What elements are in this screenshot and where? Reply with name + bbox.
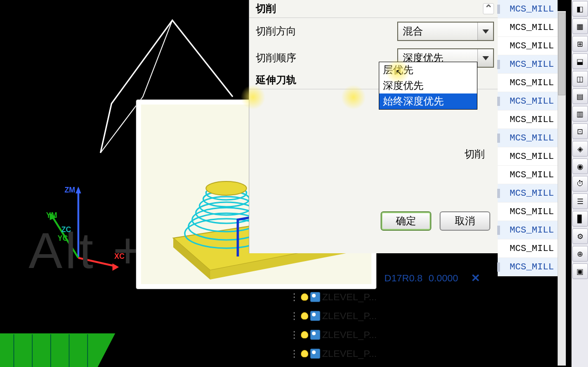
mcs-item[interactable]: MCS_MILL <box>498 18 558 37</box>
op-value: 0.0000 <box>429 291 471 303</box>
mcs-list[interactable]: MCS_MILLMCS_MILLMCS_MILLMCS_MILLMCS_MILL… <box>498 0 558 276</box>
mill-op-icon <box>310 330 320 340</box>
dialog-button-row: 确定 取消 <box>381 211 490 231</box>
svg-marker-1 <box>76 186 81 193</box>
delete-x-icon[interactable]: ✕ <box>471 253 486 266</box>
axis-zc-label: ZC <box>61 226 71 234</box>
toolbar-button[interactable]: ◫ <box>572 71 588 87</box>
section-cutting-header[interactable]: 切削 ⌃ <box>249 0 500 18</box>
cut-order-label: 切削顺序 <box>256 51 397 65</box>
toolbar-button[interactable]: ⬓ <box>572 53 588 69</box>
toolbar-button[interactable]: ▦ <box>572 18 588 34</box>
axis-zm-label: ZM <box>65 186 75 194</box>
delete-x-icon[interactable]: ✕ <box>471 272 486 285</box>
toolbar-button[interactable]: ⚙ <box>572 228 588 244</box>
mill-op-icon <box>310 292 320 302</box>
delete-x-icon[interactable]: ✕ <box>471 309 486 322</box>
delete-x-icon[interactable]: ✕ <box>471 328 486 341</box>
op-name: ZLEVEL_P... <box>322 310 377 321</box>
mcs-indicator-bar <box>497 262 500 272</box>
mcs-item[interactable]: MCS_MILL <box>498 221 558 239</box>
op-tool: D17R0.8 <box>384 273 429 284</box>
toolbar-button[interactable]: ⊞ <box>572 36 588 52</box>
op-value: 0.0000 <box>429 254 471 265</box>
mcs-item[interactable]: MCS_MILL <box>498 203 558 221</box>
cut-order-dropdown[interactable]: 层优先 深度优先 始终深度优先 <box>379 62 477 110</box>
mcs-item[interactable]: MCS_MILL <box>498 166 558 184</box>
ok-button[interactable]: 确定 <box>381 211 431 231</box>
mcs-item[interactable]: MCS_MILL <box>498 129 558 147</box>
mcs-indicator-bar <box>497 97 500 106</box>
mcs-item[interactable]: MCS_MILL <box>498 239 558 258</box>
toolbar-button[interactable]: ▥ <box>572 106 588 122</box>
operation-row[interactable]: D17R0.80.0000✕ <box>271 268 495 287</box>
toolbar-button[interactable]: ⏱ <box>572 176 588 192</box>
op-value: 0.0000 <box>429 348 471 359</box>
toolbar-button[interactable]: ◉ <box>572 158 588 174</box>
mouse-cursor-icon: ↖ <box>395 67 402 77</box>
toolbar-button[interactable]: ◧ <box>572 1 588 17</box>
scroll-thumb[interactable] <box>558 12 565 95</box>
operation-row[interactable]: D10R50.0000✕ <box>271 250 495 268</box>
toolbar-button[interactable]: ⊡ <box>572 123 588 139</box>
collapse-icon[interactable]: ⌃ <box>483 3 494 14</box>
mcs-item[interactable]: MCS_MILL <box>498 37 558 55</box>
cancel-button[interactable]: 取消 <box>440 211 490 231</box>
partial-cut-label: 切削 <box>256 147 494 161</box>
lightbulb-icon <box>301 350 308 357</box>
op-tool: D17R0.8 <box>384 310 429 321</box>
op-value: 0.0000 <box>429 310 471 321</box>
axis-yc-label: YC <box>58 234 68 243</box>
mcs-indicator-bar <box>497 60 500 69</box>
op-name: ZLEVEL_P... <box>322 291 377 303</box>
svg-point-22 <box>206 181 247 195</box>
mcs-item[interactable]: MCS_MILL <box>498 258 558 276</box>
section-cutting-title: 切削 <box>256 2 276 16</box>
operation-row[interactable]: ⋮ZLEVEL_P...D17R0.80.0000✕ <box>271 306 495 325</box>
mcs-item[interactable]: MCS_MILL <box>498 92 558 111</box>
toolbar-button[interactable]: ⊕ <box>572 246 588 262</box>
op-tool: D10R5 <box>384 254 429 265</box>
axis-ym-label: YM <box>46 211 57 220</box>
mcs-indicator-bar <box>497 226 500 235</box>
mill-op-icon <box>310 349 320 359</box>
toolbar-button[interactable]: ▤ <box>572 88 588 104</box>
toolbar-button[interactable]: ▊ <box>572 211 588 227</box>
section-extend-title: 延伸刀轨 <box>256 73 296 87</box>
operation-row[interactable]: ⋮ZLEVEL_P...D17R0.80.0000✕ <box>271 344 495 363</box>
mcs-item[interactable]: MCS_MILL <box>498 111 558 129</box>
op-value: 0.0000 <box>429 329 471 340</box>
operation-row[interactable]: ⋮ZLEVEL_P...D17R0.80.0000✕ <box>271 325 495 344</box>
delete-x-icon[interactable]: ✕ <box>471 291 486 303</box>
op-name: ZLEVEL_P... <box>322 329 377 340</box>
op-tool: D17R0.8 <box>384 291 429 303</box>
mcs-item[interactable]: MCS_MILL <box>498 74 558 92</box>
delete-x-icon[interactable]: ✕ <box>471 347 486 360</box>
mcs-indicator-bar <box>497 189 500 198</box>
dropdown-option-depth[interactable]: 深度优先 <box>379 78 477 93</box>
op-tool: D17R0.8 <box>384 329 429 340</box>
vertical-scrollbar[interactable] <box>558 11 566 366</box>
mcs-item[interactable]: MCS_MILL <box>498 147 558 166</box>
right-toolbar: ◧▦⊞⬓◫▤▥⊡◈◉⏱☰▊⚙⊕▣ <box>571 0 588 367</box>
cut-direction-value: 混合 <box>403 24 423 38</box>
mcs-item[interactable]: MCS_MILL <box>498 0 558 18</box>
operation-table[interactable]: D10R50.0000✕D17R0.80.0000✕⋮ZLEVEL_P...D1… <box>271 250 495 363</box>
dropdown-arrow-icon[interactable] <box>477 49 493 67</box>
mcs-item[interactable]: MCS_MILL <box>498 184 558 203</box>
cut-direction-label: 切削方向 <box>256 24 397 38</box>
lightbulb-icon <box>301 312 308 320</box>
operation-row[interactable]: ⋮ZLEVEL_P...D17R0.80.0000✕ <box>271 287 495 306</box>
dropdown-option-always-depth[interactable]: 始终深度优先 <box>379 93 477 109</box>
op-value: 0.0000 <box>429 273 471 284</box>
toolbar-button[interactable]: ☰ <box>572 193 588 209</box>
toolbar-button[interactable]: ▣ <box>572 263 588 279</box>
mcs-item[interactable]: MCS_MILL <box>498 55 558 74</box>
lightbulb-icon <box>301 293 308 301</box>
dropdown-arrow-icon[interactable] <box>477 23 493 40</box>
dropdown-option-layer[interactable]: 层优先 <box>379 62 477 78</box>
mcs-indicator-bar <box>497 5 500 14</box>
toolbar-button[interactable]: ◈ <box>572 141 588 157</box>
cut-direction-combo[interactable]: 混合 <box>397 22 494 41</box>
op-name: ZLEVEL_P... <box>322 348 377 359</box>
